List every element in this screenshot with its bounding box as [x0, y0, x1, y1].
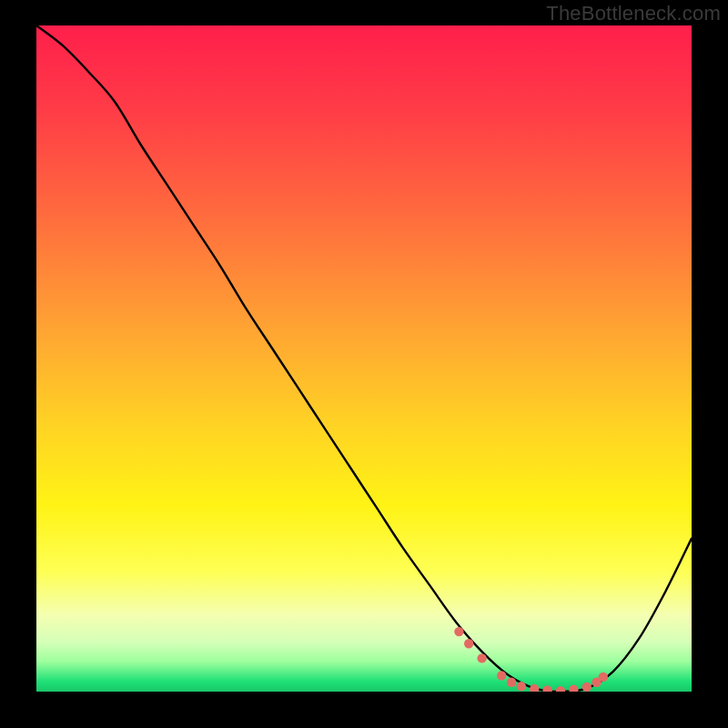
- plot-area: [36, 25, 692, 692]
- chart-frame: TheBottleneck.com: [0, 0, 728, 728]
- watermark-text: TheBottleneck.com: [546, 2, 721, 25]
- marker-dot: [507, 678, 516, 687]
- gradient-background: [36, 25, 692, 692]
- marker-dot: [464, 639, 473, 648]
- marker-dot: [477, 653, 486, 662]
- marker-dot: [582, 682, 592, 692]
- chart-svg: [36, 25, 692, 692]
- marker-dot: [497, 671, 506, 680]
- marker-dot: [454, 627, 463, 636]
- marker-dot: [517, 682, 526, 691]
- marker-dot: [599, 672, 608, 682]
